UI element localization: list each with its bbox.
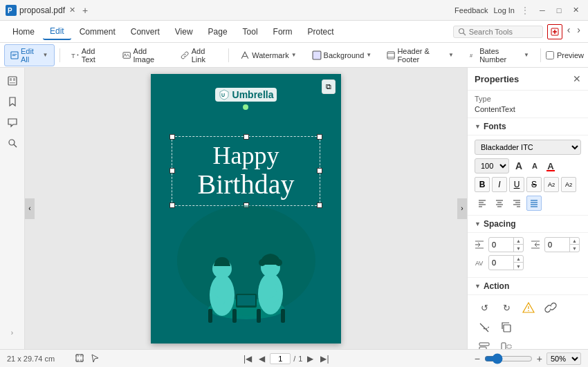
spacing-indent-input[interactable] bbox=[489, 239, 513, 250]
menu-protect[interactable]: Protect bbox=[301, 24, 341, 39]
spacing-right-input[interactable] bbox=[545, 239, 569, 250]
sidebar-comment-icon[interactable] bbox=[5, 115, 20, 130]
handle-ml[interactable] bbox=[169, 168, 175, 173]
menu-home[interactable]: Home bbox=[6, 24, 42, 39]
sidebar-bookmark-icon[interactable] bbox=[5, 94, 20, 109]
handle-tl[interactable] bbox=[169, 134, 175, 140]
sidebar-thumbnail-icon[interactable] bbox=[5, 73, 20, 88]
next-page-btn[interactable]: ▶ bbox=[305, 353, 315, 364]
spacing-indent-up[interactable]: ▲ bbox=[513, 238, 523, 245]
zoom-slider[interactable] bbox=[484, 353, 533, 364]
spacing-right-down[interactable]: ▼ bbox=[569, 245, 579, 252]
fit-page-btn[interactable] bbox=[75, 353, 84, 364]
font-size-select[interactable]: 100 bbox=[475, 158, 509, 173]
spacing-section-header[interactable]: ▼ Spacing bbox=[468, 216, 588, 233]
edit-all-btn[interactable]: Edit All ▼ bbox=[4, 44, 55, 66]
bates-number-btn[interactable]: # Bates Number ▼ bbox=[463, 44, 535, 66]
spacing-av-up[interactable]: ▲ bbox=[513, 256, 523, 263]
action-section-header[interactable]: ▼ Action bbox=[468, 278, 588, 295]
align-right-btn[interactable] bbox=[509, 196, 524, 211]
new-tab-icon[interactable]: + bbox=[82, 5, 88, 16]
watermark-btn[interactable]: Watermark ▼ bbox=[234, 48, 302, 63]
panel-close-btn[interactable]: ✕ bbox=[573, 73, 581, 84]
align-center-btn[interactable] bbox=[492, 196, 507, 211]
font-small-icon[interactable]: A bbox=[528, 159, 542, 173]
menu-page[interactable]: Page bbox=[201, 24, 235, 39]
last-page-btn[interactable]: ▶| bbox=[318, 353, 331, 364]
maximize-btn[interactable]: □ bbox=[552, 3, 566, 17]
spacing-row-1: ▲ ▼ ▲ ▼ bbox=[475, 237, 581, 252]
zoom-select[interactable]: 50% 75% 100% 125% 150% bbox=[546, 352, 581, 365]
umbrella-shield-icon: U bbox=[219, 89, 230, 100]
svg-rect-23 bbox=[10, 82, 15, 84]
menu-edit[interactable]: Edit bbox=[43, 23, 71, 40]
background-btn[interactable]: Background ▼ bbox=[306, 48, 378, 63]
nav-forward-icon[interactable]: › bbox=[575, 24, 582, 39]
bold-btn[interactable]: B bbox=[475, 177, 490, 192]
menu-convert[interactable]: Convert bbox=[124, 24, 167, 39]
action-copy-icon[interactable] bbox=[497, 319, 516, 335]
spacing-av-input[interactable] bbox=[489, 257, 513, 268]
handle-tr[interactable] bbox=[317, 134, 322, 140]
sidebar-expand-arrow[interactable]: › bbox=[11, 329, 13, 344]
page-next-arrow[interactable]: › bbox=[457, 198, 467, 219]
zoom-out-btn[interactable]: − bbox=[473, 353, 481, 364]
action-link-icon[interactable] bbox=[541, 299, 560, 316]
align-justify-btn[interactable] bbox=[526, 196, 542, 211]
sidebar-search-icon[interactable] bbox=[5, 135, 20, 151]
action-warning-icon[interactable] bbox=[519, 299, 538, 316]
tab-close-icon[interactable]: ✕ bbox=[69, 6, 75, 15]
login-btn[interactable]: Log In bbox=[493, 6, 515, 15]
spacing-right-up[interactable]: ▲ bbox=[569, 238, 579, 245]
spacing-av-down[interactable]: ▼ bbox=[513, 263, 523, 270]
handle-mr[interactable] bbox=[317, 168, 322, 173]
text-selection-box[interactable]: Happy Birthday bbox=[172, 136, 320, 207]
underline-btn[interactable]: U bbox=[509, 177, 524, 192]
menu-comment[interactable]: Comment bbox=[73, 24, 122, 39]
nav-back-icon[interactable]: ‹ bbox=[565, 24, 573, 39]
menu-view[interactable]: View bbox=[168, 24, 200, 39]
preview-checkbox[interactable] bbox=[546, 51, 554, 59]
header-footer-btn[interactable]: Header & Footer ▼ bbox=[380, 44, 460, 66]
spacing-label: Spacing bbox=[484, 219, 516, 229]
first-page-btn[interactable]: |◀ bbox=[241, 353, 254, 364]
search-box[interactable] bbox=[453, 26, 543, 38]
extra-icon-1[interactable] bbox=[547, 24, 562, 39]
spacing-indent-down[interactable]: ▼ bbox=[513, 245, 523, 252]
action-redo-icon[interactable]: ↻ bbox=[497, 299, 516, 316]
copy-page-btn[interactable]: ⧉ bbox=[322, 79, 336, 94]
font-large-icon[interactable]: A bbox=[512, 159, 526, 173]
spacing-av-input-group[interactable]: ▲ ▼ bbox=[488, 255, 524, 270]
page-prev-arrow[interactable]: ‹ bbox=[25, 198, 35, 219]
strikethrough-btn[interactable]: S bbox=[526, 177, 542, 192]
spacing-indent-input-group[interactable]: ▲ ▼ bbox=[488, 237, 524, 252]
fonts-section-header[interactable]: ▼ Fonts bbox=[468, 118, 588, 135]
add-link-btn[interactable]: Add Link bbox=[174, 44, 223, 66]
prev-page-btn[interactable]: ◀ bbox=[257, 353, 267, 364]
font-color-icon[interactable]: A bbox=[544, 159, 558, 173]
handle-tc[interactable] bbox=[244, 134, 249, 140]
action-undo-icon[interactable]: ↺ bbox=[475, 299, 494, 316]
subscript-btn[interactable]: A2 bbox=[561, 177, 576, 192]
superscript-btn[interactable]: A2 bbox=[544, 177, 559, 192]
add-image-btn[interactable]: Add Image bbox=[116, 44, 172, 66]
handle-bl[interactable] bbox=[169, 203, 175, 208]
font-family-select[interactable]: Blackadder ITC bbox=[475, 140, 581, 155]
action-more-icon[interactable] bbox=[497, 338, 516, 349]
align-left-btn[interactable] bbox=[475, 196, 490, 211]
action-unlink-icon[interactable] bbox=[475, 319, 494, 335]
current-page-input[interactable] bbox=[270, 353, 291, 364]
italic-btn[interactable]: I bbox=[492, 177, 507, 192]
action-align2-icon[interactable] bbox=[475, 338, 494, 349]
close-btn[interactable]: ✕ bbox=[569, 3, 582, 17]
spacing-right-input-group[interactable]: ▲ ▼ bbox=[544, 237, 580, 252]
menu-form[interactable]: Form bbox=[266, 24, 300, 39]
select-tool-btn[interactable] bbox=[90, 353, 100, 364]
menu-tool[interactable]: Tool bbox=[236, 24, 265, 39]
zoom-in-btn[interactable]: + bbox=[535, 353, 544, 364]
feedback-btn[interactable]: Feedback bbox=[454, 6, 488, 15]
minimize-btn[interactable]: ─ bbox=[535, 3, 549, 17]
handle-br[interactable] bbox=[317, 203, 322, 208]
add-text-btn[interactable]: T Add Text bbox=[64, 44, 113, 66]
search-input[interactable] bbox=[469, 28, 538, 36]
